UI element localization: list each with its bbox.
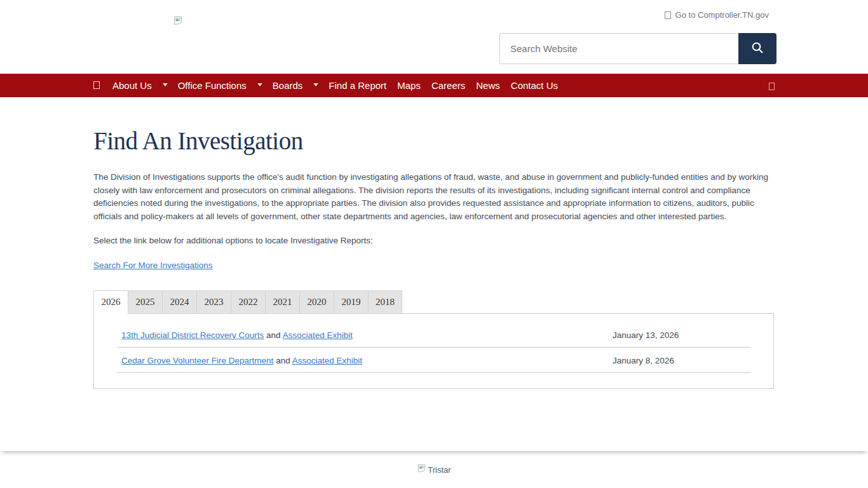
nav-item-find-a-report[interactable]: Find a Report: [329, 80, 386, 91]
conjunction-text: and: [276, 356, 292, 365]
tab-2018[interactable]: 2018: [368, 290, 402, 314]
home-icon[interactable]: [93, 80, 100, 91]
tristar-logo: Tristar: [417, 464, 451, 476]
tristar-alt-text: Tristar: [428, 465, 451, 475]
nav-item-maps[interactable]: Maps: [397, 80, 421, 91]
chevron-down-icon[interactable]: [313, 83, 318, 86]
nav-item-careers[interactable]: Careers: [431, 80, 465, 91]
broken-image-icon: [417, 464, 426, 476]
site-search: [499, 33, 776, 64]
conjunction-text: and: [266, 330, 283, 340]
report-title-link[interactable]: 13th Judicial District Recovery Courts: [121, 330, 264, 340]
goto-comptroller-label: Go to Comptroller.TN.gov: [675, 10, 769, 20]
nav-item-news[interactable]: News: [476, 80, 500, 91]
associated-exhibit-link[interactable]: Associated Exhibit: [292, 356, 362, 365]
reports-panel: 13th Judicial District Recovery Courts a…: [93, 313, 774, 389]
nav-item-contact-us[interactable]: Contact Us: [511, 80, 558, 91]
main-navigation: About Us Office Functions Boards Find a …: [0, 74, 868, 97]
footer-logo-area: Tristar: [0, 451, 868, 488]
table-row: 13th Judicial District Recovery Courts a…: [117, 322, 750, 348]
report-date: January 13, 2026: [613, 330, 750, 340]
tab-2025[interactable]: 2025: [128, 290, 162, 314]
report-date: January 8, 2026: [613, 356, 750, 365]
chevron-down-icon[interactable]: [257, 83, 262, 86]
tab-2021[interactable]: 2021: [265, 290, 299, 314]
nav-item-boards[interactable]: Boards: [273, 80, 303, 91]
select-instruction-text: Select the link below for additional opt…: [93, 236, 774, 245]
associated-exhibit-link[interactable]: Associated Exhibit: [283, 330, 353, 340]
page-title: Find An Investigation: [93, 126, 774, 155]
search-icon: [750, 41, 764, 57]
search-more-investigations-link[interactable]: Search For More Investigations: [93, 261, 213, 270]
table-row: Cedar Grove Volunteer Fire Department an…: [117, 348, 750, 373]
tab-2026[interactable]: 2026: [93, 290, 128, 314]
year-tabs: 2026 2025 2024 2023 2022 2021 2020 2019 …: [93, 290, 774, 314]
site-header: Go to Comptroller.TN.gov: [0, 0, 868, 74]
nav-item-office-functions[interactable]: Office Functions: [178, 80, 247, 91]
report-title-link[interactable]: Cedar Grove Volunteer Fire Department: [121, 356, 273, 365]
tab-2023[interactable]: 2023: [196, 290, 231, 314]
report-links: Cedar Grove Volunteer Fire Department an…: [121, 356, 613, 365]
main-content: Find An Investigation The Division of In…: [0, 126, 868, 451]
goto-comptroller-link[interactable]: Go to Comptroller.TN.gov: [665, 10, 769, 20]
intro-paragraph: The Division of Investigations supports …: [93, 171, 774, 224]
nav-item-about-us[interactable]: About Us: [112, 80, 152, 91]
search-button[interactable]: [738, 33, 776, 64]
nav-search-toggle-icon[interactable]: [769, 81, 775, 92]
search-input[interactable]: [499, 33, 738, 64]
broken-logo-image-icon: [173, 16, 183, 26]
tab-2024[interactable]: 2024: [162, 290, 196, 314]
tab-2022[interactable]: 2022: [231, 290, 265, 314]
tab-2019[interactable]: 2019: [334, 290, 368, 314]
tab-2020[interactable]: 2020: [299, 290, 334, 314]
missing-glyph-icon: [665, 11, 671, 19]
chevron-down-icon[interactable]: [163, 83, 168, 86]
report-links: 13th Judicial District Recovery Courts a…: [121, 330, 613, 340]
